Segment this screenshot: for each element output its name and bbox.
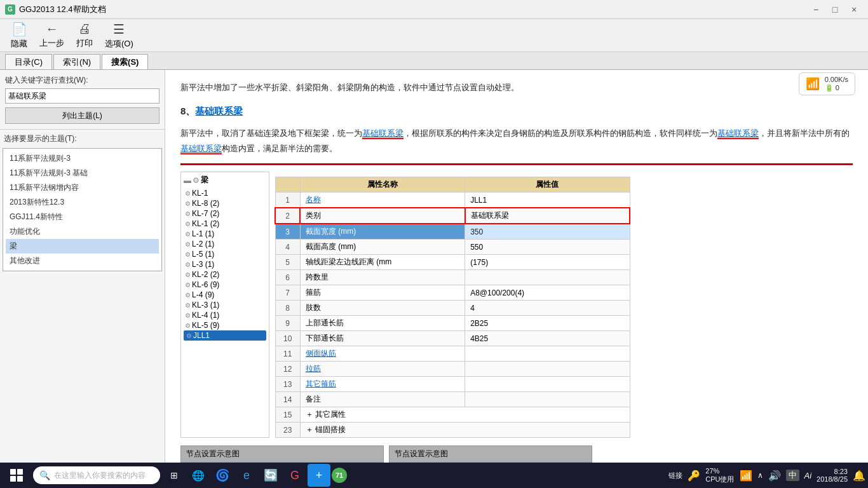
- back-icon: ←: [46, 22, 58, 36]
- list-topics-button[interactable]: 列出主题(L): [5, 107, 159, 124]
- chevron-icon[interactable]: ∧: [757, 471, 763, 480]
- input-method-label[interactable]: 中: [786, 470, 799, 481]
- beam-tree-header: ▬ ⚙ 梁: [184, 175, 266, 186]
- topic-item-0[interactable]: 11系新平法规则-3: [6, 151, 159, 166]
- tab-index[interactable]: 索引(N): [53, 54, 100, 69]
- beam-node-kl8[interactable]: ⚙ KL-8 (2): [184, 198, 266, 208]
- volume-icon[interactable]: 🔊: [768, 470, 781, 482]
- prop-name-4: 截面高度 (mm): [300, 240, 465, 255]
- maximize-button[interactable]: □: [826, 3, 844, 16]
- beam-node-l5[interactable]: ⚙ L-5 (1): [184, 249, 266, 259]
- node-label-6: L-5 (1): [192, 250, 214, 259]
- table-row: 6 跨数里: [275, 270, 630, 285]
- table-row: 14 备注: [275, 392, 630, 407]
- topic-item-4[interactable]: GGJ11.4新特性: [6, 210, 159, 224]
- row-num-11: 11: [275, 346, 300, 362]
- toolbar-options[interactable]: ☰ 选项(O): [100, 19, 139, 52]
- app-icon: G: [5, 4, 15, 15]
- topic-item-1[interactable]: 11系新平法规则-3 基础: [6, 166, 159, 180]
- beam-node-jll1[interactable]: ⚙ JLL1: [184, 330, 266, 341]
- app-icon-2[interactable]: e: [235, 464, 258, 487]
- prop-value-12: [465, 362, 630, 377]
- toolbar-hide[interactable]: 📄 隐藏: [5, 19, 33, 52]
- tab-search[interactable]: 搜索(S): [102, 54, 148, 69]
- prop-name-8: 肢数: [300, 301, 465, 316]
- topic-list: 11系新平法规则-3 11系新平法规则-3 基础 11系新平法钢增内容 2013…: [3, 148, 162, 271]
- topic-item-5[interactable]: 功能优化: [6, 224, 159, 239]
- edge-button[interactable]: 🌐: [187, 464, 210, 487]
- row-num-15: 15: [275, 407, 300, 423]
- link2[interactable]: 基础联系梁: [717, 128, 759, 139]
- node-diagram-1-title: 节点设置示意图: [181, 446, 383, 463]
- topic-item-7[interactable]: 其他改进: [6, 254, 159, 268]
- section-heading: 8、基础联系梁: [180, 102, 853, 119]
- close-button[interactable]: ×: [845, 3, 863, 16]
- hide-icon: 📄: [11, 22, 27, 37]
- title-bar-left: G GGJ2013 12.4帮助文档: [5, 4, 106, 15]
- content-para1: 新平法中，取消了基础连梁及地下框架梁，统一为基础联系梁，根据所联系的构件来决定自…: [180, 126, 853, 156]
- taskbar: 🔍 在这里输入你要搜索的内容 ⊞ 🌐 🌀 e 🔄 G + 71 链接 🔑 27%…: [0, 463, 868, 488]
- beam-node-l3[interactable]: ⚙ L-3 (1): [184, 259, 266, 269]
- beam-node-l4[interactable]: ⚙ L-4 (9): [184, 290, 266, 300]
- toolbar-print[interactable]: 🖨 打印: [71, 19, 98, 51]
- prop-name-13[interactable]: 其它箍筋: [300, 377, 465, 392]
- key-icon: 🔑: [688, 470, 700, 482]
- tree-section: 选择要显示的主题(T): 11系新平法规则-3 11系新平法规则-3 基础 11…: [0, 130, 165, 461]
- prop-name-12[interactable]: 拉筋: [300, 362, 465, 377]
- app-icon-4[interactable]: G: [283, 464, 306, 487]
- row-num-4: 4: [275, 240, 300, 255]
- prop-value-4: 550: [465, 240, 630, 255]
- prop-value-11: [465, 346, 630, 362]
- beam-node-kl1[interactable]: ⚙ KL-1: [184, 188, 266, 198]
- properties-table: 属性名称 属性值 1 名称 JLL1 2 类别 基础联系: [275, 177, 630, 438]
- cpu-label: CPU使用: [705, 475, 734, 484]
- node-label-9: KL-6 (9): [192, 280, 219, 289]
- row-num-6: 6: [275, 270, 300, 285]
- app-icon-3[interactable]: 🔄: [259, 464, 282, 487]
- notification-icon[interactable]: 🔔: [853, 470, 865, 482]
- toolbar-back[interactable]: ← 上一步: [34, 19, 69, 51]
- beam-node-kl7[interactable]: ⚙ KL-7 (2): [184, 208, 266, 219]
- minimize-button[interactable]: −: [807, 3, 825, 16]
- gear-icon-8: ⚙: [185, 271, 191, 278]
- app-icon-1[interactable]: 🌀: [211, 464, 234, 487]
- prop-value-6: [465, 270, 630, 285]
- beam-node-kl4[interactable]: ⚙ KL-4 (1): [184, 310, 266, 320]
- taskview-button[interactable]: ⊞: [163, 464, 186, 487]
- topic-item-6[interactable]: 梁: [6, 239, 159, 254]
- tab-contents[interactable]: 目录(C): [5, 54, 52, 69]
- node-label-7: L-3 (1): [192, 260, 214, 269]
- node-label-10: L-4 (9): [192, 290, 214, 299]
- beam-node-kl1b[interactable]: ⚙ KL-1 (2): [184, 219, 266, 229]
- row-num-14: 14: [275, 392, 300, 407]
- row-num-9: 9: [275, 316, 300, 331]
- beam-node-l2[interactable]: ⚙ L-2 (1): [184, 239, 266, 249]
- start-button[interactable]: [3, 464, 31, 487]
- beam-node-l1[interactable]: ⚙ L-1 (1): [184, 229, 266, 239]
- para1-text: 新平法中，取消了基础连梁及地下框架梁，统一为: [180, 128, 362, 138]
- link3[interactable]: 基础联系梁: [180, 144, 222, 154]
- link1[interactable]: 基础联系梁: [362, 128, 403, 139]
- beam-node-kl3[interactable]: ⚙ KL-3 (1): [184, 300, 266, 310]
- table-row-expand1[interactable]: 15 ＋ 其它属性: [275, 407, 630, 423]
- search-input[interactable]: [5, 88, 159, 104]
- taskbar-clock[interactable]: 8:23 2018/8/25: [817, 468, 848, 483]
- app-icon-5[interactable]: +: [308, 464, 330, 487]
- prop-name-1[interactable]: 名称: [300, 193, 465, 208]
- search-label: 键入关键字进行查找(W):: [5, 75, 159, 86]
- table-row-expand2[interactable]: 23 ＋ 锚固搭接: [275, 423, 630, 438]
- beam-section-label: 梁: [201, 175, 208, 186]
- table-row-highlighted: 3 截面宽度 (mm) 350: [275, 224, 630, 240]
- node-diagram-2-title: 节点设置示意图: [390, 446, 592, 463]
- beam-node-kl6[interactable]: ⚙ KL-6 (9): [184, 280, 266, 290]
- topic-item-3[interactable]: 2013新特性12.3: [6, 195, 159, 210]
- para4-text: 构造内置，满足新半法的需要。: [222, 144, 337, 153]
- beam-node-kl2[interactable]: ⚙ KL-2 (2): [184, 269, 266, 280]
- topic-item-2[interactable]: 11系新平法钢增内容: [6, 180, 159, 195]
- prop-name-11[interactable]: 侧面纵筋: [300, 346, 465, 362]
- prop-name-15: ＋ 其它属性: [300, 407, 630, 423]
- section-title-link[interactable]: 基础联系梁: [195, 105, 243, 116]
- prop-value-9: 2B25: [465, 316, 630, 331]
- taskbar-search[interactable]: 🔍 在这里输入你要搜索的内容: [33, 466, 160, 484]
- beam-node-kl5[interactable]: ⚙ KL-5 (9): [184, 320, 266, 330]
